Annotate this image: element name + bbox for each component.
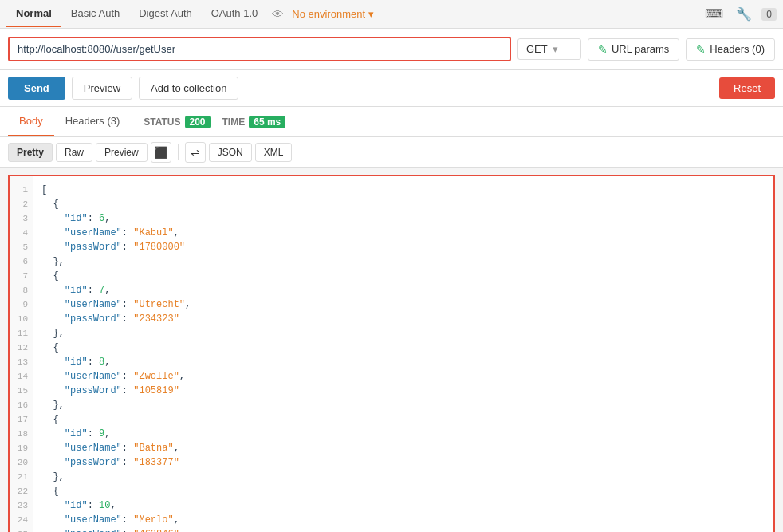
settings-icon[interactable]: 🔧: [733, 3, 755, 25]
headers-check-icon: ✎: [696, 43, 706, 56]
url-input[interactable]: [18, 43, 502, 55]
response-tab-body[interactable]: Body: [8, 107, 54, 136]
time-label: TIME: [222, 116, 246, 128]
format-icon[interactable]: ⇌: [185, 142, 206, 163]
line-numbers: 12345 678910 1112131415 1617181920 21222…: [10, 176, 33, 532]
json-code-area: 12345 678910 1112131415 1617181920 21222…: [8, 175, 775, 532]
format-pretty-button[interactable]: Pretty: [8, 143, 53, 162]
response-tabs: Body Headers (3) STATUS 200 TIME 65 ms: [0, 107, 783, 137]
url-section: GET ▾ ✎ URL params ✎ Headers (0): [0, 29, 783, 70]
method-caret-icon: ▾: [553, 43, 558, 55]
format-divider: [178, 144, 179, 160]
format-preview-button[interactable]: Preview: [96, 143, 148, 162]
status-label: STATUS: [144, 116, 180, 128]
url-input-wrapper: [8, 37, 511, 61]
headers-button[interactable]: ✎ Headers (0): [686, 38, 775, 61]
send-button[interactable]: Send: [8, 77, 65, 100]
top-nav: Normal Basic Auth Digest Auth OAuth 1.0 …: [0, 0, 783, 29]
status-badge: STATUS 200 TIME 65 ms: [144, 116, 285, 128]
copy-icon[interactable]: ⬛: [151, 142, 171, 163]
response-tab-headers[interactable]: Headers (3): [54, 107, 132, 136]
reset-button[interactable]: Reset: [719, 77, 775, 99]
format-bar: Pretty Raw Preview ⬛ ⇌ JSON XML: [0, 137, 783, 168]
time-value: 65 ms: [249, 116, 285, 128]
actions-row: Send Preview Add to collection Reset: [0, 70, 783, 107]
method-selector[interactable]: GET ▾: [517, 38, 581, 60]
tab-basic-auth[interactable]: Basic Auth: [61, 1, 129, 27]
status-value: 200: [185, 116, 211, 128]
url-params-button[interactable]: ✎ URL params: [588, 38, 679, 61]
method-label: GET: [526, 43, 548, 55]
top-right-icons: ⌨ 🔧 0: [702, 3, 777, 25]
check-icon: ✎: [598, 43, 608, 56]
environment-selector[interactable]: No environment ▾: [292, 8, 374, 20]
format-raw-button[interactable]: Raw: [56, 143, 92, 162]
chevron-down-icon: ▾: [368, 8, 374, 20]
add-to-collection-button[interactable]: Add to collection: [139, 77, 238, 100]
json-content[interactable]: [ { "id": 6, "userName": "Kabul", "passW…: [33, 176, 773, 532]
tab-oauth[interactable]: OAuth 1.0: [202, 1, 268, 27]
tab-normal[interactable]: Normal: [6, 1, 61, 27]
format-xml-button[interactable]: XML: [255, 143, 293, 162]
tab-digest-auth[interactable]: Digest Auth: [129, 1, 202, 27]
format-json-button[interactable]: JSON: [209, 143, 252, 162]
environment-label: No environment: [292, 8, 365, 20]
keyboard-icon[interactable]: ⌨: [702, 3, 726, 25]
notification-count: 0: [761, 8, 777, 21]
eye-icon[interactable]: 👁: [272, 7, 284, 21]
headers-label: Headers (0): [710, 43, 765, 55]
url-params-label: URL params: [612, 43, 669, 55]
preview-button[interactable]: Preview: [72, 77, 132, 100]
